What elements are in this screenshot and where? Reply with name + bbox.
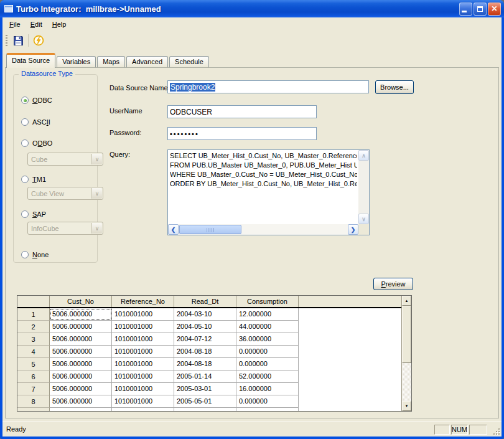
column-header[interactable]: Reference_No (112, 296, 174, 307)
menu-file[interactable]: File (4, 19, 26, 30)
toolbar-grip[interactable] (6, 35, 7, 46)
save-button[interactable] (11, 33, 26, 48)
minimize-button[interactable] (459, 2, 472, 16)
row-number[interactable]: 2 (17, 321, 50, 333)
scrollbar-thumb[interactable] (402, 306, 411, 363)
table-cell[interactable]: 1010001000 (112, 383, 174, 395)
table-cell[interactable]: 2004-03-10 (174, 308, 236, 321)
tab-schedule[interactable]: Schedule (169, 56, 209, 68)
table-cell[interactable]: 5006.000000 (50, 346, 112, 358)
table-cell[interactable]: 0.000000 (236, 346, 299, 358)
table-cell[interactable]: 2005-03-01 (174, 383, 236, 395)
resize-grip[interactable] (492, 427, 500, 435)
preview-button[interactable]: Preview (373, 278, 413, 290)
row-number[interactable] (17, 408, 50, 412)
radio-tm1[interactable]: TM1 (21, 175, 46, 184)
table-cell[interactable]: 12.000000 (236, 308, 299, 321)
maximize-button[interactable] (474, 2, 487, 16)
title-bar: Turbo Integrator: millbrae->Unnamed ✕ (0, 0, 504, 17)
table-cell[interactable]: 5006.000000 (50, 395, 112, 408)
table-cell[interactable]: 2005-07-15 (174, 408, 236, 412)
table-cell[interactable]: 1010001000 (112, 408, 174, 412)
radio-odbc[interactable]: ODBC (21, 96, 52, 105)
table-cell[interactable]: 0.000000 (236, 358, 299, 371)
query-vertical-scrollbar[interactable]: ∧ ∨ (358, 150, 369, 224)
radio-icon (21, 251, 29, 258)
odbo-combo[interactable]: Cube ∨ (27, 153, 103, 166)
table-cell[interactable]: 0.000000 (236, 408, 299, 412)
table-cell[interactable]: 2004-05-10 (174, 321, 236, 333)
grid-vertical-scrollbar[interactable]: ▲ ▼ (401, 296, 411, 411)
run-process-button[interactable] (31, 33, 46, 48)
radio-odbo[interactable]: ODBO (21, 139, 52, 148)
table-cell[interactable]: 1010001000 (112, 358, 174, 371)
scroll-up-icon[interactable]: ▲ (402, 296, 411, 306)
table-cell[interactable]: 1010001000 (112, 395, 174, 408)
row-number[interactable]: 3 (17, 333, 50, 346)
table-cell[interactable]: 2004-08-18 (174, 346, 236, 358)
row-number[interactable]: 1 (17, 308, 50, 321)
table-cell[interactable]: 44.000000 (236, 321, 299, 333)
data-source-page: Datasource Type ODBC ASCII ODBO Cube ∨ (5, 67, 499, 418)
browse-button[interactable]: Browse... (375, 80, 414, 94)
row-number[interactable]: 4 (17, 346, 50, 358)
tab-data-source[interactable]: Data Source (6, 53, 55, 68)
radio-none[interactable]: None (21, 250, 49, 259)
column-header[interactable]: Consumption (236, 296, 299, 307)
row-number[interactable]: 8 (17, 395, 50, 408)
table-cell[interactable]: 5006.000000 (50, 358, 112, 371)
table-cell[interactable]: 2004-08-18 (174, 358, 236, 371)
scroll-left-icon[interactable]: ❮ (168, 224, 179, 235)
scrollbar-track[interactable] (402, 363, 411, 401)
column-header[interactable]: Read_Dt (174, 296, 236, 307)
row-number[interactable]: 5 (17, 358, 50, 371)
table-cell[interactable]: 1010001000 (112, 371, 174, 383)
row-number[interactable]: 6 (17, 371, 50, 383)
scroll-right-icon[interactable]: ❯ (348, 224, 358, 235)
column-header[interactable]: Cust_No (50, 296, 112, 307)
scrollbar-track[interactable] (241, 224, 348, 235)
sap-combo[interactable]: InfoCube ∨ (27, 222, 103, 235)
query-textarea[interactable]: SELECT UB_Meter_Hist_0.Cust_No, UB_Maste… (167, 149, 370, 235)
table-cell[interactable]: 36.000000 (236, 333, 299, 346)
table-cell[interactable]: 5006.000000 (50, 308, 112, 321)
scrollbar-thumb[interactable] (179, 225, 241, 234)
menu-help[interactable]: Help (47, 19, 72, 30)
table-cell[interactable]: 52.000000 (236, 371, 299, 383)
tab-maps[interactable]: Maps (97, 56, 125, 68)
table-cell[interactable]: 16.000000 (236, 383, 299, 395)
scroll-down-icon[interactable]: ∨ (358, 214, 369, 224)
table-cell[interactable]: 2004-07-12 (174, 333, 236, 346)
table-cell[interactable]: 1010001000 (112, 308, 174, 321)
table-cell[interactable]: 0.000000 (236, 395, 299, 408)
query-horizontal-scrollbar[interactable]: ❮ ❯ (168, 224, 358, 235)
row-number[interactable]: 7 (17, 383, 50, 395)
table-cell[interactable]: 1010001000 (112, 346, 174, 358)
table-cell[interactable]: 5006.000000 (50, 321, 112, 333)
radio-sap[interactable]: SAP (21, 210, 46, 219)
chevron-down-icon: ∨ (91, 154, 102, 164)
close-button[interactable]: ✕ (488, 2, 501, 16)
tm1-combo[interactable]: Cube View ∨ (27, 187, 103, 200)
table-cell[interactable]: 5006.000000 (50, 383, 112, 395)
username-input[interactable]: ODBCUSER (167, 105, 317, 118)
password-input[interactable]: •••••••• (167, 127, 317, 140)
tab-advanced[interactable]: Advanced (126, 56, 168, 68)
scroll-down-icon[interactable]: ▼ (402, 401, 411, 411)
table-cell[interactable]: 2005-01-14 (174, 371, 236, 383)
query-label: Query: (110, 151, 130, 158)
table-cell[interactable]: 5006.000000 (50, 371, 112, 383)
menu-bar: File Edit Help (2, 17, 502, 31)
scroll-up-icon[interactable]: ∧ (358, 150, 369, 161)
radio-icon (21, 118, 29, 126)
table-cell[interactable]: 1010001000 (112, 333, 174, 346)
table-cell[interactable]: 2005-05-01 (174, 395, 236, 408)
tab-variables[interactable]: Variables (57, 56, 96, 68)
column-header[interactable] (17, 296, 50, 307)
data-source-name-input[interactable]: Springbrook2 (167, 80, 369, 93)
table-cell[interactable]: 5006.000000 (50, 333, 112, 346)
table-cell[interactable]: 1010001000 (112, 321, 174, 333)
menu-edit[interactable]: Edit (26, 19, 47, 30)
table-cell[interactable]: 5006.000000 (50, 408, 112, 412)
radio-ascii[interactable]: ASCII (21, 118, 50, 126)
